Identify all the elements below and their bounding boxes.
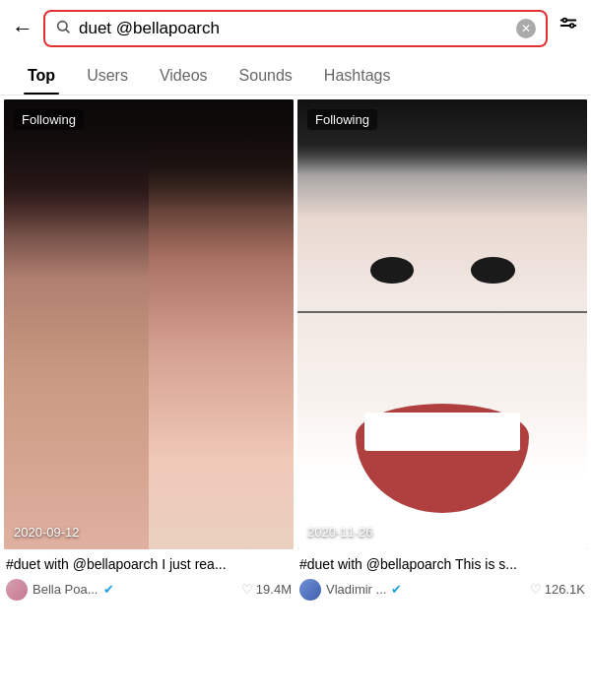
back-button[interactable]: ←: [12, 16, 33, 41]
tab-users[interactable]: Users: [71, 57, 144, 95]
author-name: Vladimir ...: [326, 582, 386, 597]
card-info: #duet with @bellapoarch This is s... Vla…: [297, 549, 587, 604]
tabs-bar: Top Users Videos Sounds Hashtags: [0, 57, 591, 95]
header: ← duet @bellapoarch ✕: [0, 0, 591, 57]
filter-button[interactable]: [558, 15, 579, 42]
clear-button[interactable]: ✕: [516, 19, 536, 38]
video-thumbnail: Following 2020-11-26: [297, 99, 587, 549]
search-bar[interactable]: duet @bellapoarch ✕: [43, 10, 548, 47]
verified-icon: ✔: [391, 582, 402, 597]
following-badge: Following: [14, 109, 84, 130]
video-thumbnail: Following 2020-09-12: [4, 99, 294, 549]
search-query-text: duet @bellapoarch: [79, 19, 508, 38]
card-meta: Vladimir ... ✔ ♡ 126.1K: [299, 579, 585, 601]
tab-sounds[interactable]: Sounds: [224, 57, 308, 95]
card-title: #duet with @bellapoarch I just rea...: [6, 555, 292, 573]
svg-point-4: [563, 19, 567, 23]
card-info: #duet with @bellapoarch I just rea... Be…: [4, 549, 294, 604]
avatar: [6, 579, 28, 601]
video-grid: Following 2020-09-12 #duet with @bellapo…: [0, 95, 591, 608]
heart-icon: ♡: [530, 582, 542, 597]
like-count: 19.4M: [256, 582, 292, 597]
like-meta: ♡ 19.4M: [241, 582, 292, 597]
search-icon: [55, 19, 71, 38]
card-meta: Bella Poa... ✔ ♡ 19.4M: [6, 579, 292, 601]
tab-videos[interactable]: Videos: [144, 57, 224, 95]
verified-icon: ✔: [103, 582, 114, 597]
svg-line-1: [66, 30, 69, 32]
author-name: Bella Poa...: [33, 582, 98, 597]
svg-point-5: [570, 24, 574, 28]
date-badge: 2020-09-12: [14, 525, 80, 540]
heart-icon: ♡: [241, 582, 253, 597]
following-badge: Following: [307, 109, 377, 130]
tab-top[interactable]: Top: [12, 57, 71, 95]
avatar: [299, 579, 321, 601]
tab-hashtags[interactable]: Hashtags: [308, 57, 407, 95]
video-card[interactable]: Following 2020-11-26 #duet with @bellapo…: [297, 99, 587, 605]
video-card[interactable]: Following 2020-09-12 #duet with @bellapo…: [4, 99, 294, 605]
like-count: 126.1K: [545, 582, 585, 597]
date-badge: 2020-11-26: [307, 525, 373, 540]
like-meta: ♡ 126.1K: [530, 582, 585, 597]
card-title: #duet with @bellapoarch This is s...: [299, 555, 585, 573]
